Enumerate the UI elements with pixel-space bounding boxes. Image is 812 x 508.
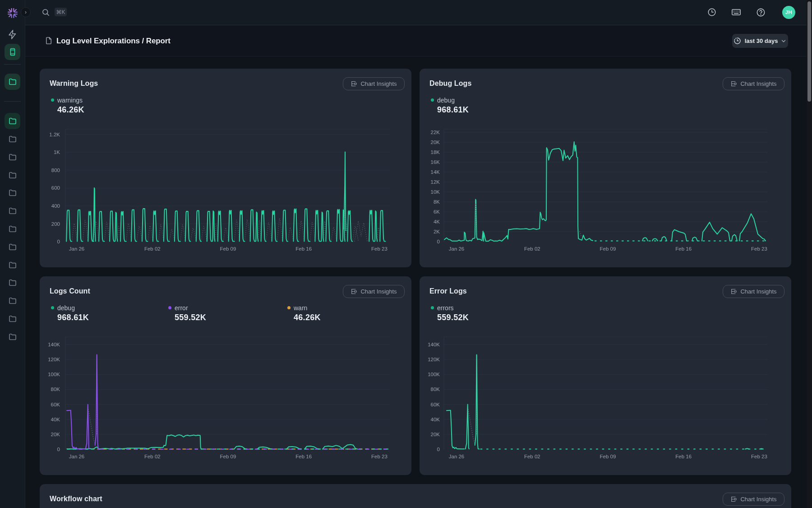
- svg-text:100K: 100K: [48, 372, 60, 377]
- svg-text:Feb 09: Feb 09: [220, 246, 236, 252]
- svg-text:400: 400: [51, 203, 60, 209]
- svg-text:Feb 16: Feb 16: [675, 454, 692, 459]
- svg-text:140K: 140K: [428, 342, 440, 347]
- svg-text:40K: 40K: [51, 417, 60, 422]
- svg-text:140K: 140K: [48, 342, 60, 347]
- svg-text:40K: 40K: [431, 417, 440, 422]
- svg-text:18K: 18K: [431, 149, 440, 155]
- svg-text:2K: 2K: [434, 229, 440, 234]
- svg-text:20K: 20K: [51, 432, 60, 437]
- svg-text:14K: 14K: [431, 169, 440, 175]
- svg-text:1K: 1K: [54, 149, 60, 155]
- svg-text:8K: 8K: [434, 199, 440, 205]
- svg-text:Jan 26: Jan 26: [69, 454, 85, 459]
- svg-text:200: 200: [51, 221, 60, 227]
- svg-text:Jan 26: Jan 26: [449, 454, 465, 459]
- svg-text:20K: 20K: [431, 432, 440, 437]
- svg-text:Feb 16: Feb 16: [295, 454, 312, 459]
- svg-text:Feb 09: Feb 09: [600, 454, 616, 459]
- svg-text:Jan 26: Jan 26: [449, 246, 465, 252]
- svg-text:Feb 23: Feb 23: [751, 246, 767, 252]
- svg-text:Feb 23: Feb 23: [371, 454, 388, 459]
- svg-text:12K: 12K: [431, 179, 440, 185]
- svg-text:Feb 09: Feb 09: [600, 246, 616, 252]
- svg-text:0: 0: [437, 447, 440, 452]
- svg-text:4K: 4K: [434, 219, 440, 224]
- svg-text:Feb 23: Feb 23: [371, 246, 388, 252]
- svg-text:Feb 02: Feb 02: [144, 246, 161, 252]
- svg-text:60K: 60K: [431, 402, 440, 407]
- svg-text:Feb 16: Feb 16: [675, 246, 692, 252]
- svg-text:Feb 16: Feb 16: [295, 246, 312, 252]
- svg-text:600: 600: [51, 185, 60, 191]
- svg-text:1.2K: 1.2K: [49, 132, 60, 137]
- svg-text:80K: 80K: [51, 387, 60, 392]
- svg-text:120K: 120K: [48, 357, 60, 362]
- svg-text:22K: 22K: [431, 130, 440, 135]
- svg-text:60K: 60K: [51, 402, 60, 407]
- svg-text:80K: 80K: [431, 387, 440, 392]
- svg-text:Feb 23: Feb 23: [751, 454, 767, 459]
- svg-text:10K: 10K: [431, 189, 440, 195]
- svg-text:0: 0: [437, 239, 440, 244]
- svg-text:Jan 26: Jan 26: [69, 246, 85, 252]
- svg-text:100K: 100K: [428, 372, 440, 377]
- svg-text:16K: 16K: [431, 159, 440, 165]
- svg-text:6K: 6K: [434, 209, 440, 214]
- svg-text:120K: 120K: [428, 357, 440, 362]
- svg-text:20K: 20K: [431, 140, 440, 145]
- svg-text:800: 800: [51, 168, 60, 173]
- svg-text:Feb 02: Feb 02: [144, 454, 161, 459]
- svg-text:0: 0: [57, 447, 60, 452]
- svg-text:Feb 09: Feb 09: [220, 454, 236, 459]
- svg-text:Feb 02: Feb 02: [524, 454, 540, 459]
- svg-text:Feb 02: Feb 02: [524, 246, 540, 252]
- svg-text:0: 0: [57, 239, 60, 244]
